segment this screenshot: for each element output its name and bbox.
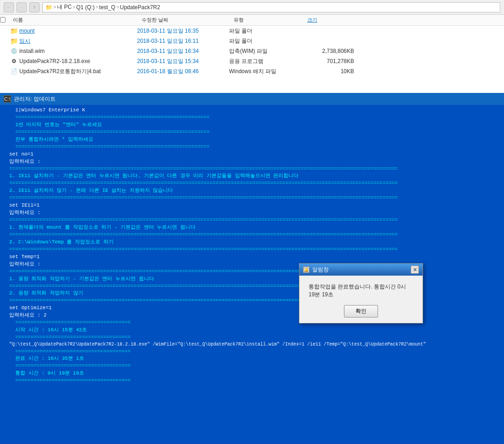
file-name-install-wim[interactable]: install.wim bbox=[18, 48, 137, 54]
cmd-line-49: ====================================== bbox=[9, 377, 495, 385]
file-date-install-wim: 2018-03-11 일요일 16:34 bbox=[137, 47, 229, 55]
cmd-title-bar: C:\ 관리자: 업데이트 bbox=[0, 93, 504, 105]
file-date-updatepack-exe: 2018-03-11 일요일 15:34 bbox=[137, 58, 229, 65]
back-button[interactable]: ← bbox=[4, 2, 14, 12]
cmd-line-24: 2. C:\Windows\Temp 를 작업장소로 하기 bbox=[9, 239, 495, 246]
cmd-line-19: 입력하세요 : bbox=[9, 209, 495, 217]
col-header-type[interactable]: 유형 bbox=[230, 17, 304, 23]
select-all-checkbox[interactable] bbox=[0, 17, 6, 23]
file-size-bat: 10KB bbox=[303, 68, 358, 75]
cmd-window: C:\ 관리자: 업데이트 1|Windows7 Enterprise K ==… bbox=[0, 93, 504, 444]
cmd-line-23: ========================================… bbox=[9, 231, 495, 239]
cmd-title-icon: C:\ bbox=[4, 95, 11, 103]
alert-title-bar: 🔔 알림창 ✕ bbox=[299, 264, 423, 276]
up-button[interactable]: ↑ bbox=[29, 2, 40, 12]
crumb-q1: Q1 (Q:) bbox=[76, 4, 95, 11]
file-explorer-area: 이름 수정한 날짜 유형 크기 📁 mount 2018-03-11 일요일 1… bbox=[0, 15, 504, 93]
crumb-folder-icon: 📁 bbox=[46, 4, 52, 11]
alert-message: 통합작업을 완료했습니다. 통합시간 0시 19분 19초 bbox=[309, 283, 413, 299]
cmd-line-1: 1|Windows7 Enterprise K bbox=[9, 107, 495, 114]
file-row-updatepack-exe[interactable]: ⚙ UpdatePack7R2-18.2.18.exe 2018-03-11 일… bbox=[0, 56, 504, 66]
crumb-updatepack: UpdatePack7R2 bbox=[120, 4, 160, 11]
cmd-line-9: set no=1 bbox=[9, 151, 495, 158]
cmd-line-14: ========================================… bbox=[9, 180, 495, 187]
breadcrumb: 📁 > 내 PC > Q1 (Q:) > test_Q > UpdatePack… bbox=[46, 3, 160, 11]
alert-dialog: 🔔 알림창 ✕ 통합작업을 완료했습니다. 통합시간 0시 19분 19초 확인 bbox=[299, 263, 423, 323]
cmd-line-21: ========================================… bbox=[9, 217, 495, 224]
bat-icon: 📄 bbox=[9, 68, 18, 75]
explorer-nav-bar: ← → ↑ 📁 > 내 PC > Q1 (Q:) > test_Q > Upda… bbox=[0, 0, 504, 15]
alert-close-button[interactable]: ✕ bbox=[411, 265, 419, 274]
crumb-pc: 내 PC bbox=[57, 3, 72, 11]
cmd-line-6: 전부 통합하시려면 * 입력하세요 bbox=[9, 136, 495, 144]
file-row-install-wim[interactable]: 💿 install.wim 2018-03-11 일요일 16:34 압축(WI… bbox=[0, 46, 504, 56]
wim-icon: 💿 bbox=[9, 48, 18, 54]
cmd-line-4: 1번 마지막 번호는 "엔터" 누르세요 bbox=[9, 121, 495, 129]
file-row-mount[interactable]: 📁 mount 2018-03-11 일요일 16:35 파일 폴더 bbox=[0, 26, 504, 36]
file-date-mount: 2018-03-11 일요일 16:35 bbox=[137, 27, 229, 35]
main-container: ← → ↑ 📁 > 내 PC > Q1 (Q:) > test_Q > Upda… bbox=[0, 0, 504, 444]
file-name-temp[interactable]: 임시 bbox=[18, 37, 137, 45]
cmd-line-47: ====================================== bbox=[9, 363, 495, 370]
file-type-temp: 파일 폴더 bbox=[229, 37, 303, 45]
cmd-line-22: 1. 현재폴더의 mount 를 작업장소로 하기 - 기본값은 엔터 누르시면… bbox=[9, 224, 495, 231]
file-size-install-wim: 2,738,806KB bbox=[303, 48, 358, 54]
cmd-line-48: 통합 시간 : 0시 19분 19초 bbox=[9, 370, 495, 377]
file-row-bat[interactable]: 📄 UpdatePack7R2로통합하기|4.bat 2016-01-18 월요… bbox=[0, 66, 504, 76]
folder-icon-temp: 📁 bbox=[9, 37, 18, 45]
cmd-line-16: ========================================… bbox=[9, 195, 495, 202]
cmd-line-25: ========================================… bbox=[9, 246, 495, 254]
alert-ok-button[interactable]: 확인 bbox=[344, 305, 378, 317]
cmd-line-43: "Q:\test_Q\UpdatePack7R2\UpdatePack7R2-1… bbox=[9, 341, 495, 348]
cmd-line-3: ========================================… bbox=[9, 114, 495, 121]
cmd-line-10: 입력하세요 : bbox=[9, 158, 495, 166]
file-size-updatepack-exe: 701,278KB bbox=[303, 58, 358, 64]
file-name-updatepack-exe[interactable]: UpdatePack7R2-18.2.18.exe bbox=[18, 58, 137, 64]
cmd-line-18: set IE11=1 bbox=[9, 202, 495, 209]
file-row-temp[interactable]: 📁 임시 2018-03-11 일요일 16:11 파일 폴더 bbox=[0, 36, 504, 46]
cmd-line-45: ====================================== bbox=[9, 348, 495, 356]
address-bar[interactable]: 📁 > 내 PC > Q1 (Q:) > test_Q > UpdatePack… bbox=[42, 2, 500, 12]
cmd-line-40: 시작 시간 : 16시 15분 42초 bbox=[9, 327, 495, 334]
cmd-line-7: ========================================… bbox=[9, 144, 495, 151]
alert-title-icon: 🔔 bbox=[303, 266, 309, 273]
cmd-line-46: 완료 시간 : 16시 35분 1초 bbox=[9, 355, 495, 363]
cmd-line-13: 1. IE11 설치하기 - 기본값은 엔터 누르시면 됩니다. 기본값이 다른… bbox=[9, 173, 495, 180]
file-type-bat: Windows 배치 파일 bbox=[229, 68, 303, 75]
cmd-line-5: ========================================… bbox=[9, 129, 495, 136]
cmd-line-15: 2. IE11 설치하지 않기 - 본래 다른 IE 설치는 지원하지 않습니다 bbox=[9, 187, 495, 195]
col-header-size[interactable]: 크기 bbox=[304, 17, 359, 23]
crumb-testq: test_Q bbox=[99, 4, 115, 11]
file-date-temp: 2018-03-11 일요일 16:11 bbox=[137, 37, 229, 45]
file-type-mount: 파일 폴더 bbox=[229, 27, 303, 35]
file-type-install-wim: 압축(WIM) 파일 bbox=[229, 47, 303, 55]
cmd-line-27: set Temp=1 bbox=[9, 254, 495, 261]
exe-icon: ⚙ bbox=[9, 58, 18, 64]
file-name-bat[interactable]: UpdatePack7R2로통합하기|4.bat bbox=[18, 68, 137, 75]
alert-title-label: 알림창 bbox=[312, 266, 329, 274]
file-date-bat: 2016-01-18 월요일 08:46 bbox=[137, 68, 229, 75]
file-name-mount[interactable]: mount bbox=[18, 28, 137, 34]
col-header-date[interactable]: 수정한 날짜 bbox=[138, 17, 230, 23]
cmd-line-41: ====================================== bbox=[9, 334, 495, 341]
folder-icon-mount: 📁 bbox=[9, 27, 18, 35]
file-type-updatepack-exe: 응용 프로그램 bbox=[229, 58, 303, 65]
cmd-line-12: ========================================… bbox=[9, 166, 495, 173]
alert-body: 통합작업을 완료했습니다. 통합시간 0시 19분 19초 확인 bbox=[299, 276, 423, 323]
cmd-title-text: 관리자: 업데이트 bbox=[14, 95, 56, 103]
col-header-name[interactable]: 이름 bbox=[9, 17, 138, 23]
cmd-content[interactable]: 1|Windows7 Enterprise K ================… bbox=[0, 105, 504, 386]
column-headers: 이름 수정한 날짜 유형 크기 bbox=[0, 15, 504, 26]
forward-button[interactable]: → bbox=[17, 2, 27, 12]
